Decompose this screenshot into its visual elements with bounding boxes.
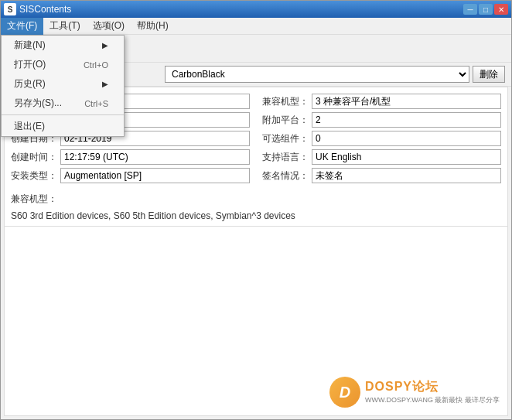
label-language: 支持语言： — [262, 151, 309, 164]
menu-options[interactable]: 选项(O) — [87, 18, 131, 35]
input-optional[interactable] — [312, 131, 501, 146]
close-button[interactable]: ✕ — [494, 4, 508, 15]
titlebar-title: S SISContents — [4, 3, 71, 15]
field-row-optional: 可选组件： — [262, 131, 501, 146]
label-time: 创建时间： — [11, 151, 57, 164]
label-addplatform: 附加平台： — [262, 114, 309, 127]
input-addplatform[interactable] — [312, 112, 501, 128]
label-optional: 可选组件： — [262, 132, 309, 145]
compat-title: 兼容机型： — [11, 193, 501, 206]
field-row-installtype: 安装类型： — [11, 168, 250, 183]
watermark: D DOSPY论坛 WWW.DOSPY.WANG 最新最快 最详尽分享 — [329, 377, 500, 408]
dospy-sub: WWW.DOSPY.WANG 最新最快 最详尽分享 — [365, 395, 500, 405]
minimize-button[interactable]: ─ — [463, 4, 477, 15]
compat-section: 兼容机型： S60 3rd Edition devices, S60 5th E… — [4, 190, 508, 226]
menu-saveas[interactable]: 另存为(S)... Ctrl+S — [2, 94, 124, 113]
menu-new[interactable]: 新建(N) ▶ — [2, 36, 124, 55]
history-arrow: ▶ — [102, 80, 108, 88]
bottom-area: D DOSPY论坛 WWW.DOSPY.WANG 最新最快 最详尽分享 — [4, 226, 508, 416]
menu-help[interactable]: 帮助(H) — [131, 18, 175, 35]
menu-divider — [2, 114, 124, 115]
delete-button[interactable]: 删除 — [473, 66, 505, 83]
label-signed: 签名情况： — [262, 169, 309, 183]
field-row-time: 创建时间： — [11, 149, 250, 165]
label-compat: 兼容机型： — [262, 95, 309, 108]
dropdown-menu: 新建(N) ▶ 打开(O) Ctrl+O 历史(R) ▶ 另存为(S)... C… — [1, 35, 125, 137]
new-arrow: ▶ — [102, 41, 108, 50]
window-title: SISContents — [19, 4, 71, 15]
dospy-logo: D — [329, 377, 360, 408]
right-panel: 兼容机型： 附加平台： 可选组件： 支持语言： 签名情况： — [262, 94, 501, 183]
field-row-compat: 兼容机型： — [262, 94, 501, 109]
main-window: S SISContents ─ □ ✕ 文件(F) 工具(T) 选项(O) 帮助… — [0, 0, 512, 420]
compat-devices: S60 3rd Edition devices, S60 5th Edition… — [11, 209, 501, 223]
menubar: 文件(F) 工具(T) 选项(O) 帮助(H) 新建(N) ▶ 打开(O) Ct… — [1, 18, 511, 35]
input-time[interactable] — [60, 149, 250, 165]
input-signed[interactable] — [312, 168, 501, 183]
titlebar-buttons: ─ □ ✕ — [463, 4, 508, 15]
menu-tools[interactable]: 工具(T) — [43, 18, 86, 35]
dospy-text: DOSPY论坛 WWW.DOSPY.WANG 最新最快 最详尽分享 — [365, 379, 500, 405]
menu-exit[interactable]: 退出(E) — [2, 117, 124, 136]
field-row-addplatform: 附加平台： — [262, 112, 501, 128]
package-select[interactable]: CarbonBlack — [165, 66, 469, 83]
menu-history[interactable]: 历史(R) ▶ — [2, 74, 124, 94]
menu-open[interactable]: 打开(O) Ctrl+O — [2, 55, 124, 74]
file-dropdown: 新建(N) ▶ 打开(O) Ctrl+O 历史(R) ▶ 另存为(S)... C… — [1, 35, 125, 137]
open-shortcut: Ctrl+O — [84, 60, 108, 70]
maximize-button[interactable]: □ — [479, 4, 493, 15]
field-row-signed: 签名情况： — [262, 168, 501, 183]
input-compat[interactable] — [312, 94, 501, 109]
titlebar: S SISContents ─ □ ✕ — [1, 1, 511, 18]
menu-file[interactable]: 文件(F) — [1, 18, 43, 35]
input-language[interactable] — [312, 149, 501, 165]
field-row-language: 支持语言： — [262, 149, 501, 165]
dospy-brand: DOSPY论坛 — [365, 379, 500, 395]
app-icon: S — [4, 3, 16, 15]
saveas-shortcut: Ctrl+S — [84, 99, 108, 108]
input-installtype[interactable] — [60, 168, 250, 183]
label-installtype: 安装类型： — [11, 169, 57, 183]
